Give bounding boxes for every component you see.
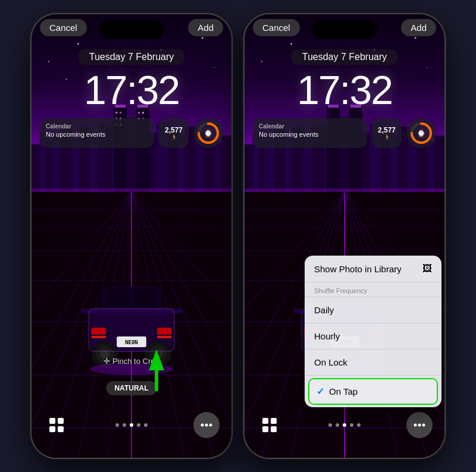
svg-rect-159 xyxy=(304,336,319,338)
dot2-0 xyxy=(328,423,332,427)
phones-container: NEON Cancel Add xyxy=(30,13,446,459)
svg-rect-22 xyxy=(148,133,158,191)
svg-rect-42 xyxy=(142,112,144,114)
svg-rect-176 xyxy=(262,418,268,424)
svg-rect-23 xyxy=(156,124,170,191)
svg-point-97 xyxy=(205,424,208,427)
dynamic-island-2 xyxy=(312,20,377,39)
dot2-1 xyxy=(336,423,339,427)
cancel-button-1[interactable]: Cancel xyxy=(40,19,87,36)
svg-rect-14 xyxy=(61,130,74,191)
svg-rect-39 xyxy=(115,124,117,125)
svg-rect-36 xyxy=(120,112,121,114)
svg-rect-95 xyxy=(58,426,64,432)
svg-rect-38 xyxy=(120,118,121,119)
wallpaper-2: NEON xyxy=(245,14,444,458)
svg-rect-32 xyxy=(115,105,126,108)
grid-icon-1[interactable] xyxy=(43,412,70,438)
svg-rect-34 xyxy=(137,105,148,108)
add-button-2[interactable]: Add xyxy=(401,19,436,36)
svg-point-182 xyxy=(422,424,425,427)
svg-point-1 xyxy=(77,43,79,45)
svg-rect-35 xyxy=(115,112,117,114)
city-svg-1: NEON xyxy=(32,14,231,458)
svg-rect-112 xyxy=(286,139,294,192)
svg-rect-122 xyxy=(391,136,399,191)
more-dots-svg-2 xyxy=(414,423,425,427)
grid-icon-2[interactable] xyxy=(256,412,283,438)
svg-rect-154 xyxy=(320,290,342,309)
svg-rect-123 xyxy=(398,127,410,191)
svg-rect-43 xyxy=(138,118,140,119)
svg-rect-120 xyxy=(369,124,383,191)
svg-rect-17 xyxy=(90,133,99,191)
more-button-2[interactable] xyxy=(406,412,433,438)
svg-text:NEON: NEON xyxy=(338,339,351,345)
svg-rect-41 xyxy=(138,112,140,114)
svg-rect-177 xyxy=(271,418,277,424)
svg-rect-158 xyxy=(370,328,385,335)
svg-point-0 xyxy=(48,61,49,62)
svg-point-96 xyxy=(201,424,204,427)
svg-point-167 xyxy=(313,350,322,359)
svg-rect-25 xyxy=(178,136,186,191)
svg-rect-179 xyxy=(271,426,277,432)
grid-svg-2 xyxy=(261,417,278,433)
svg-rect-45 xyxy=(32,188,231,191)
svg-point-171 xyxy=(303,363,386,375)
more-dots-svg xyxy=(201,423,212,427)
dot-0 xyxy=(115,423,119,427)
svg-rect-28 xyxy=(203,139,215,192)
svg-rect-27 xyxy=(195,133,205,191)
svg-rect-37 xyxy=(115,118,117,119)
svg-point-104 xyxy=(427,67,428,68)
svg-rect-40 xyxy=(120,124,121,125)
add-button-1[interactable]: Add xyxy=(188,19,223,36)
svg-rect-18 xyxy=(98,124,112,191)
svg-point-102 xyxy=(374,49,375,51)
svg-rect-44 xyxy=(142,118,144,119)
dot-4 xyxy=(144,423,148,427)
svg-point-5 xyxy=(214,67,215,68)
svg-rect-72 xyxy=(91,328,106,335)
dot-1 xyxy=(123,423,126,427)
svg-rect-160 xyxy=(370,336,385,338)
more-button-1[interactable] xyxy=(193,412,220,438)
page-dots-2 xyxy=(328,423,361,427)
svg-rect-114 xyxy=(303,133,312,191)
svg-rect-24 xyxy=(168,130,179,191)
svg-point-100 xyxy=(290,43,292,45)
svg-rect-92 xyxy=(49,418,55,424)
svg-rect-73 xyxy=(157,328,172,335)
svg-rect-16 xyxy=(79,127,91,191)
city-svg-2: NEON xyxy=(245,14,444,458)
svg-rect-125 xyxy=(416,139,428,192)
svg-point-181 xyxy=(418,424,421,427)
svg-rect-157 xyxy=(304,328,319,335)
svg-point-86 xyxy=(90,363,173,375)
svg-rect-127 xyxy=(434,136,444,191)
cancel-button-2[interactable]: Cancel xyxy=(253,19,300,36)
svg-rect-71 xyxy=(81,309,181,313)
phone-2: NEON Cancel Add Tuesday 7 February xyxy=(243,13,446,459)
svg-rect-75 xyxy=(157,336,172,338)
bottom-bar-1 xyxy=(32,404,231,458)
svg-rect-129 xyxy=(328,105,339,108)
dot2-3 xyxy=(350,423,353,427)
svg-point-98 xyxy=(209,424,212,427)
svg-rect-121 xyxy=(381,130,392,191)
svg-rect-93 xyxy=(58,418,64,424)
svg-rect-126 xyxy=(427,141,436,192)
grid-svg xyxy=(48,417,65,433)
svg-point-180 xyxy=(414,424,417,427)
svg-point-170 xyxy=(367,350,376,359)
dynamic-island-1 xyxy=(99,20,164,39)
svg-rect-156 xyxy=(294,309,394,313)
svg-rect-124 xyxy=(408,133,418,191)
svg-rect-155 xyxy=(347,290,369,309)
svg-point-82 xyxy=(100,350,109,359)
svg-rect-69 xyxy=(107,290,129,309)
svg-rect-26 xyxy=(185,127,197,191)
phone-1: NEON Cancel Add xyxy=(30,13,233,459)
svg-rect-30 xyxy=(221,136,231,191)
